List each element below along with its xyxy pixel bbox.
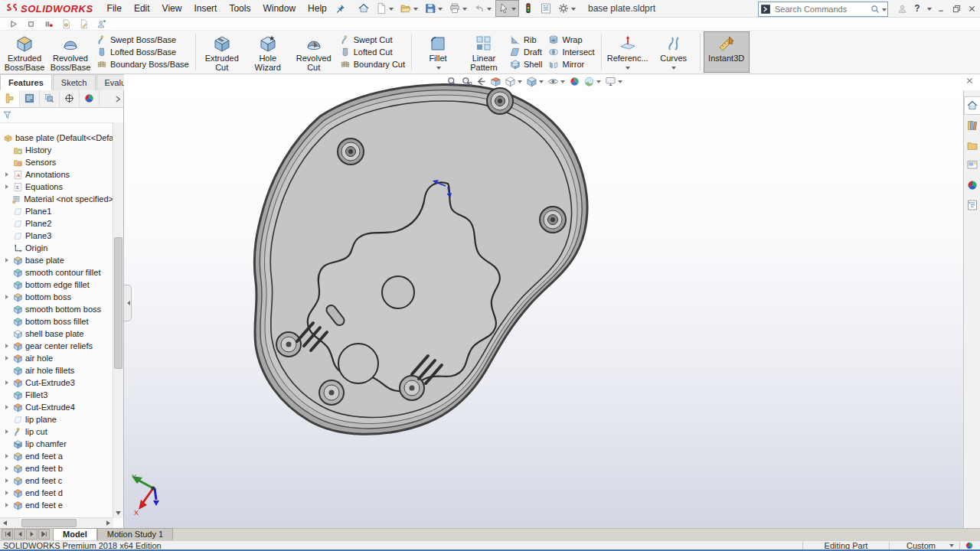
help-button[interactable]: ? <box>910 2 924 15</box>
edit-macro-button[interactable] <box>59 15 74 32</box>
tree-expander[interactable] <box>5 405 11 409</box>
units-caret[interactable] <box>949 544 954 549</box>
menu-edit[interactable]: Edit <box>128 0 156 17</box>
tree-expander[interactable] <box>5 478 11 483</box>
tree-vertical-scrollbar[interactable] <box>113 122 123 518</box>
expand-arrow-icon[interactable] <box>5 405 11 409</box>
tree-expander[interactable] <box>5 429 11 434</box>
file-explorer-button[interactable] <box>964 136 980 155</box>
custom-properties-button[interactable] <box>964 196 980 214</box>
hscroll-left-arrow[interactable] <box>0 518 10 528</box>
save-button[interactable] <box>422 0 446 17</box>
tree-item[interactable]: end feet e <box>0 499 113 511</box>
menu-view[interactable]: View <box>156 0 188 17</box>
fillet-caret[interactable] <box>436 67 441 72</box>
reference-geometry-caret[interactable] <box>626 67 630 72</box>
user-profile-button[interactable] <box>94 15 109 32</box>
ribbon-lofted-cut-button[interactable]: Lofted Cut <box>340 47 405 58</box>
help-caret[interactable] <box>927 8 932 13</box>
tree-expander[interactable] <box>5 356 11 360</box>
tree-horizontal-scrollbar[interactable] <box>0 517 113 528</box>
tree-item[interactable]: shell base plate <box>0 328 113 340</box>
expand-arrow-icon[interactable] <box>5 503 11 507</box>
expand-arrow-icon[interactable] <box>5 380 11 385</box>
tree-item[interactable]: Sensors <box>0 156 113 168</box>
menu-tools[interactable]: Tools <box>223 0 256 17</box>
panel-tab-propertymanager[interactable] <box>20 90 40 106</box>
restore-button[interactable] <box>949 2 963 15</box>
tree-item[interactable]: end feet b <box>0 462 113 474</box>
tree-item[interactable]: bottom edge fillet <box>0 279 113 291</box>
tab-nav-prev-icon[interactable] <box>14 529 25 540</box>
tree-expander[interactable] <box>5 466 11 471</box>
ribbon-mirror-button[interactable]: Mirror <box>548 59 594 70</box>
ribbon-revolved-cut-button[interactable]: Revolved Cut <box>291 31 337 73</box>
tab-nav-last-icon[interactable] <box>38 529 50 540</box>
save-caret[interactable] <box>438 8 443 13</box>
ribbon-intersect-button[interactable]: Intersect <box>548 47 594 58</box>
ribbon-instant3d-button[interactable]: Instant3D <box>704 31 750 73</box>
menu-help[interactable]: Help <box>302 0 333 17</box>
tree-item[interactable]: Plane1 <box>0 205 113 217</box>
status-tag-icon[interactable] <box>965 541 974 550</box>
tree-item[interactable]: History <box>0 144 113 156</box>
panel-tab-featuremanager-tree[interactable] <box>0 90 20 107</box>
vscroll-down-arrow[interactable] <box>113 508 123 518</box>
tab-features[interactable]: Features <box>0 74 52 90</box>
panel-tabs-expand-icon[interactable] <box>113 90 123 107</box>
tree-item[interactable]: Fillet3 <box>0 389 113 401</box>
menu-window[interactable]: Window <box>256 0 302 17</box>
expand-arrow-icon[interactable] <box>5 172 11 177</box>
design-library-button[interactable] <box>964 116 980 135</box>
new-macro-button[interactable] <box>77 15 91 32</box>
ribbon-swept-boss-button[interactable]: Swept Boss/Base <box>96 34 189 46</box>
ribbon-curves-button[interactable]: Curves <box>651 31 697 73</box>
options-caret[interactable] <box>571 8 576 13</box>
tree-item[interactable]: AAnnotations <box>0 168 113 181</box>
ribbon-rib-button[interactable]: Rib <box>510 34 542 46</box>
tree-item[interactable]: end feet a <box>0 450 113 462</box>
search-input[interactable] <box>773 5 870 14</box>
panel-tab-configurationmanager[interactable] <box>40 90 60 106</box>
tree-item[interactable]: lip plane <box>0 413 113 425</box>
options-button[interactable] <box>555 0 579 17</box>
hscroll-thumb[interactable] <box>21 519 77 527</box>
ribbon-revolved-boss-button[interactable]: Revolved Boss/Base <box>47 31 93 73</box>
panel-collapse-handle[interactable] <box>124 285 132 321</box>
expand-arrow-icon[interactable] <box>5 478 11 483</box>
tree-expander[interactable] <box>5 258 11 262</box>
search-target-icon[interactable] <box>760 4 771 15</box>
ribbon-fillet-button[interactable]: Fillet <box>415 31 461 73</box>
expand-arrow-icon[interactable] <box>5 258 11 262</box>
tree-item[interactable]: end feet d <box>0 487 113 499</box>
expand-arrow-icon[interactable] <box>5 184 11 189</box>
ribbon-wrap-button[interactable]: abWrap <box>548 34 594 46</box>
tree-item[interactable]: ΣEquations <box>0 181 113 193</box>
tree-item[interactable]: bottom boss fillet <box>0 315 113 328</box>
tree-expander[interactable] <box>5 380 11 385</box>
select-button[interactable] <box>495 0 519 17</box>
filter-icon[interactable] <box>2 110 12 120</box>
ribbon-extruded-boss-button[interactable]: Extruded Boss/Base <box>2 31 47 73</box>
home-button[interactable] <box>355 0 372 17</box>
user-account-icon[interactable] <box>895 2 909 15</box>
zoom-to-fit-button[interactable] <box>446 75 459 88</box>
doc-close-icon[interactable] <box>965 77 974 85</box>
expand-arrow-icon[interactable] <box>5 344 11 348</box>
run-macro-button[interactable] <box>6 15 21 32</box>
model-base-plate[interactable] <box>124 74 963 528</box>
tree-root-item[interactable]: base plate (Default<<Default <box>0 132 113 144</box>
ribbon-swept-cut-button[interactable]: Swept Cut <box>340 34 405 46</box>
display-style-button[interactable] <box>525 75 545 88</box>
graphics-viewport[interactable]: Y X <box>124 74 963 528</box>
undo-button[interactable] <box>471 0 495 17</box>
tree-item[interactable]: smooth contour fillet <box>0 266 113 279</box>
ribbon-boundary-boss-button[interactable]: Boundary Boss/Base <box>96 59 189 70</box>
tab-sketch[interactable]: Sketch <box>53 74 96 90</box>
select-caret[interactable] <box>511 8 516 13</box>
close-button[interactable] <box>965 2 978 15</box>
file-properties-button[interactable] <box>537 0 554 17</box>
view-settings-caret[interactable] <box>618 80 622 86</box>
tree-item[interactable]: air hole <box>0 352 113 364</box>
tree-expander[interactable] <box>5 344 11 348</box>
